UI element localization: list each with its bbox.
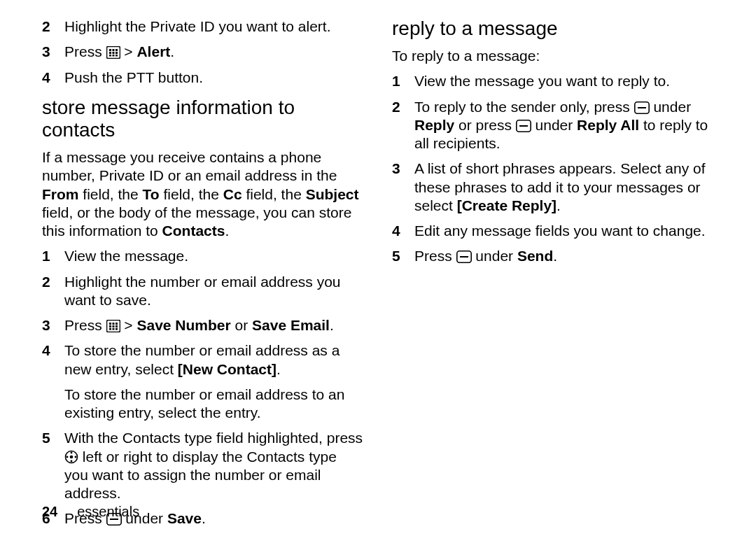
svg-rect-4 <box>109 52 111 54</box>
section-intro: To reply to a message: <box>392 47 714 65</box>
svg-point-22 <box>71 451 73 453</box>
step-number: 4 <box>42 341 64 379</box>
section-heading-store: store message information to contacts <box>42 97 364 141</box>
list-item: 2 Highlight the number or email address … <box>42 273 364 310</box>
svg-rect-2 <box>112 49 114 51</box>
svg-point-24 <box>66 456 69 458</box>
svg-rect-8 <box>112 55 114 57</box>
svg-rect-14 <box>109 325 111 327</box>
step-number: 4 <box>42 69 64 87</box>
section-intro: If a message you receive contains a phon… <box>42 148 364 240</box>
list-item: 5 With the Contacts type field highlight… <box>42 429 364 502</box>
list-item: 3 A list of short phrases appears. Selec… <box>392 160 714 215</box>
svg-rect-11 <box>109 323 111 325</box>
list-item: 1 View the message. <box>42 247 364 265</box>
section-heading-reply: reply to a message <box>392 17 714 40</box>
step-number: 3 <box>42 43 64 61</box>
svg-rect-19 <box>115 328 118 330</box>
svg-rect-12 <box>112 323 114 325</box>
step-number: 2 <box>42 17 64 36</box>
step-text: A list of short phrases appears. Select … <box>414 160 714 215</box>
step-text: Highlight the Private ID you want to ale… <box>64 17 364 36</box>
softkey-icon <box>634 101 650 114</box>
step-number: 5 <box>42 429 64 502</box>
list-item: 3 Press > Save Number or Save Email. <box>42 316 364 334</box>
step-text: Highlight the number or email address yo… <box>64 273 364 310</box>
svg-rect-15 <box>112 325 114 327</box>
step-text: View the message. <box>64 247 364 265</box>
svg-rect-17 <box>109 328 111 330</box>
step-subtext: To store the number or email address to … <box>64 386 364 423</box>
step-text: Press under Send. <box>414 247 714 265</box>
list-item: 2 Highlight the Private ID you want to a… <box>42 17 364 36</box>
step-number: 1 <box>392 72 414 90</box>
step-number: 3 <box>392 160 414 215</box>
step-number: 2 <box>42 273 64 310</box>
list-item: 1 View the message you want to reply to. <box>392 72 714 90</box>
page-footer: 24essentials <box>42 503 139 521</box>
nav-icon <box>64 450 78 464</box>
svg-rect-3 <box>115 49 118 51</box>
step-text: Push the PTT button. <box>64 69 364 87</box>
softkey-icon <box>516 120 531 132</box>
step-text: Press > Save Number or Save Email. <box>64 316 364 334</box>
list-item: 3 Press > Alert. <box>42 43 364 61</box>
svg-rect-6 <box>115 52 118 54</box>
svg-rect-1 <box>109 49 111 51</box>
menu-icon <box>106 46 120 59</box>
list-item: 2 To reply to the sender only, press und… <box>392 98 714 153</box>
menu-icon <box>106 320 120 332</box>
step-text: To store the number or email address as … <box>64 341 364 379</box>
page-number: 24 <box>42 504 57 519</box>
list-item: 5 Press under Send. <box>392 247 714 265</box>
list-item: 4 To store the number or email address a… <box>42 341 364 379</box>
list-item: 4 Push the PTT button. <box>42 69 364 87</box>
svg-rect-18 <box>112 328 114 330</box>
svg-rect-16 <box>115 325 118 327</box>
svg-rect-13 <box>115 323 118 325</box>
step-number: 3 <box>42 316 64 334</box>
step-number: 4 <box>392 222 414 240</box>
reply-steps: 1 View the message you want to reply to.… <box>392 72 714 265</box>
step-number: 1 <box>42 247 64 265</box>
svg-rect-9 <box>115 55 118 57</box>
step-text: To reply to the sender only, press under… <box>414 98 714 153</box>
step-text: View the message you want to reply to. <box>414 72 714 90</box>
store-steps: 1 View the message. 2 Highlight the numb… <box>42 247 364 528</box>
step-number: 2 <box>392 98 414 153</box>
step-text: Press > Alert. <box>64 43 364 61</box>
svg-point-21 <box>70 455 74 458</box>
step-text: Edit any message fields you want to chan… <box>414 222 714 240</box>
svg-rect-5 <box>112 52 114 54</box>
step-text: With the Contacts type field highlighted… <box>64 429 364 502</box>
section-name: essentials <box>77 504 139 519</box>
top-list: 2 Highlight the Private ID you want to a… <box>42 17 364 87</box>
svg-point-25 <box>75 456 77 458</box>
manual-page: 2 Highlight the Private ID you want to a… <box>0 0 756 536</box>
svg-rect-7 <box>109 55 111 57</box>
softkey-icon <box>456 251 472 263</box>
svg-point-23 <box>71 460 73 462</box>
step-number: 5 <box>392 247 414 265</box>
list-item: 4 Edit any message fields you want to ch… <box>392 222 714 240</box>
